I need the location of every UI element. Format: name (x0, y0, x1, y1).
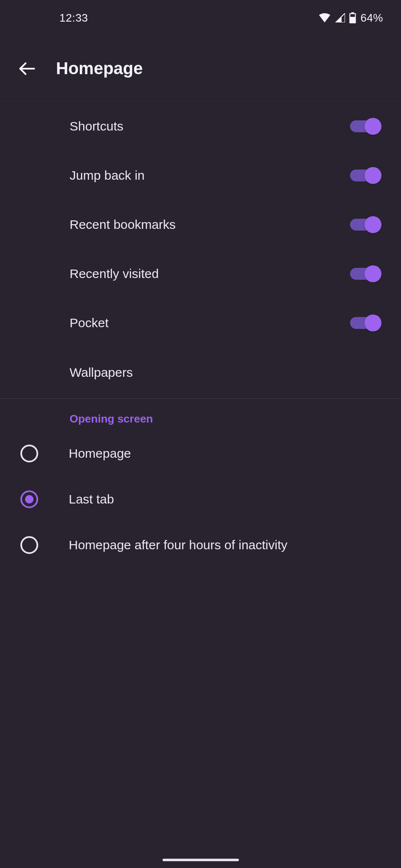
setting-label: Shortcuts (70, 119, 350, 134)
toggle-switch[interactable] (350, 268, 379, 280)
setting-label: Wallpapers (70, 365, 383, 380)
setting-jump-back-in[interactable]: Jump back in (0, 151, 401, 200)
svg-rect-2 (350, 17, 356, 23)
back-button[interactable] (14, 55, 41, 82)
setting-label: Recently visited (70, 267, 350, 281)
radio-option-homepage-after-inactivity[interactable]: Homepage after four hours of inactivity (0, 522, 401, 568)
status-time: 12:33 (59, 11, 88, 25)
radio-option-last-tab[interactable]: Last tab (0, 476, 401, 522)
radio-label: Homepage after four hours of inactivity (69, 538, 287, 552)
section-header-opening-screen: Opening screen (0, 399, 401, 431)
home-indicator[interactable] (163, 859, 239, 861)
status-battery-text: 64% (360, 11, 383, 25)
settings-list: Shortcuts Jump back in Recent bookmarks … (0, 102, 401, 568)
radio-label: Last tab (69, 492, 114, 506)
radio-label: Homepage (69, 446, 131, 461)
app-bar: Homepage (0, 36, 401, 102)
setting-recently-visited[interactable]: Recently visited (0, 249, 401, 298)
battery-icon (349, 12, 356, 23)
setting-wallpapers[interactable]: Wallpapers (0, 348, 401, 398)
setting-label: Jump back in (70, 168, 350, 183)
radio-option-homepage[interactable]: Homepage (0, 431, 401, 476)
toggle-switch[interactable] (350, 219, 379, 231)
radio-button[interactable] (20, 490, 38, 508)
radio-button[interactable] (20, 445, 38, 462)
status-right: 64% (319, 11, 383, 25)
setting-recent-bookmarks[interactable]: Recent bookmarks (0, 200, 401, 249)
setting-label: Recent bookmarks (70, 217, 350, 232)
radio-button[interactable] (20, 536, 38, 554)
arrow-left-icon (18, 59, 36, 78)
page-title: Homepage (56, 59, 143, 78)
toggle-switch[interactable] (350, 170, 379, 181)
setting-label: Pocket (70, 316, 350, 330)
setting-pocket[interactable]: Pocket (0, 298, 401, 348)
toggle-switch[interactable] (350, 120, 379, 132)
toggle-switch[interactable] (350, 317, 379, 329)
setting-shortcuts[interactable]: Shortcuts (0, 102, 401, 151)
cellular-icon (335, 13, 345, 22)
wifi-icon (319, 13, 331, 22)
status-bar: 12:33 64% (0, 0, 401, 36)
